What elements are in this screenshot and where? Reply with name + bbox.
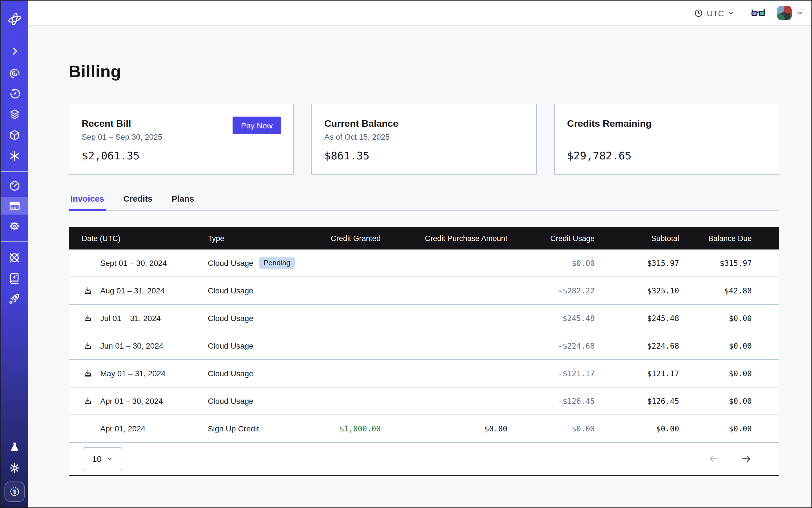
column-header-date: Date (UTC) — [69, 234, 203, 243]
sidebar-item-getting-started[interactable] — [1, 290, 28, 307]
credit-usage: -$126.45 — [507, 396, 595, 406]
asterisk-icon[interactable] — [1, 147, 28, 164]
page-size-select[interactable]: 10 — [83, 447, 122, 470]
current-balance-amount: $861.35 — [324, 149, 524, 162]
theme-toggle[interactable] — [1, 459, 28, 476]
summary-cards: Recent Bill Sep 01 – Sep 30, 2025 $2,061… — [69, 103, 779, 175]
subtotal: $315.97 — [595, 258, 679, 267]
cube-icon[interactable] — [1, 126, 28, 143]
subtotal: $121.17 — [595, 369, 679, 378]
credit-usage: $0.00 — [507, 424, 595, 433]
prev-page-arrow-left-icon[interactable] — [708, 453, 720, 465]
sidebar-item-support[interactable] — [1, 249, 28, 266]
table-row: Aug 01 – 31, 2024 Cloud Usage -$282.22 $… — [69, 277, 779, 304]
table-row: Jul 01 – 31, 2024 Cloud Usage -$245.48 $… — [69, 304, 779, 332]
invoice-type: Cloud Usage — [208, 396, 253, 406]
billing-page: Billing Recent Bill Sep 01 – Sep 30, 202… — [28, 26, 811, 507]
billing-card-icon — [8, 200, 20, 212]
sidebar-item-docs[interactable] — [1, 269, 28, 287]
svg-text:$: $ — [13, 489, 16, 495]
recent-bill-card: Recent Bill Sep 01 – Sep 30, 2025 $2,061… — [69, 103, 294, 175]
subtotal: $224.68 — [595, 341, 679, 350]
tab-invoices[interactable]: Invoices — [69, 194, 106, 211]
download-invoice-button[interactable] — [83, 341, 92, 350]
invoice-type: Cloud Usage — [208, 369, 253, 378]
download-invoice-button[interactable] — [83, 286, 92, 295]
sidebar-item-billing[interactable] — [1, 197, 28, 215]
next-page-arrow-right-icon[interactable] — [740, 453, 752, 465]
balance-due: $0.00 — [679, 424, 779, 433]
topbar: UTC — [28, 1, 811, 26]
chevron-down-icon — [107, 456, 113, 462]
credits-remaining-card: Credits Remaining $29,782.65 — [554, 103, 779, 175]
book-sparkle-icon — [8, 272, 20, 284]
credits-button[interactable]: $ — [4, 481, 25, 502]
invoice-type: Cloud Usage — [208, 314, 253, 323]
chevron-right-icon[interactable] — [1, 42, 28, 60]
table-header: Date (UTC) Type Credit Granted Credit Pu… — [69, 227, 779, 250]
helm-icon — [8, 251, 21, 264]
balance-due: $0.00 — [679, 396, 779, 406]
chevron-down-icon — [728, 9, 734, 16]
gear-icon — [8, 220, 21, 232]
column-header-credit-usage: Credit Usage — [507, 234, 595, 243]
rocket-icon — [8, 292, 21, 305]
invoice-type: Cloud Usage — [208, 286, 253, 295]
card-subtitle: As of Oct 15, 2025 — [324, 132, 524, 142]
tab-credits[interactable]: Credits — [122, 194, 154, 210]
timezone-selector[interactable]: UTC — [694, 8, 734, 18]
iris-icon[interactable] — [1, 65, 28, 82]
sidebar-item-labs[interactable] — [1, 438, 28, 456]
app-window: $ UTC Billing — [0, 0, 812, 508]
orbit-logo-icon[interactable] — [1, 10, 28, 28]
glasses-icon[interactable] — [751, 8, 765, 18]
credit-granted: $1,000.00 — [319, 424, 381, 433]
user-menu-chevron-down-icon[interactable] — [796, 9, 803, 16]
card-title: Current Balance — [324, 118, 524, 130]
sidebar-divider — [1, 241, 28, 242]
column-header-credit-purchase-amount: Credit Purchase Amount — [381, 234, 507, 243]
balance-due: $0.00 — [679, 314, 779, 323]
flask-icon — [8, 441, 20, 453]
timezone-label: UTC — [707, 8, 724, 18]
column-header-type: Type — [203, 234, 319, 243]
sidebar-divider — [1, 171, 28, 172]
invoice-date: Jun 01 – 30, 2024 — [100, 341, 163, 350]
download-icon — [83, 396, 92, 406]
invoice-type: Sign Up Credit — [208, 424, 259, 433]
download-icon — [83, 341, 92, 350]
invoice-type: Cloud Usage — [208, 258, 253, 267]
layers-icon[interactable] — [1, 105, 28, 123]
column-header-credit-granted: Credit Granted — [319, 234, 381, 243]
sidebar-item-settings[interactable] — [1, 217, 28, 235]
invoice-date: Apr 01, 2024 — [100, 424, 145, 433]
sidebar-item-dashboard[interactable] — [1, 177, 28, 194]
subtotal: $245.48 — [595, 314, 679, 323]
invoice-type: Cloud Usage — [208, 341, 253, 350]
download-invoice-button[interactable] — [83, 369, 92, 378]
table-row: Apr 01 – 30, 2024 Cloud Usage -$126.45 $… — [69, 387, 779, 415]
credit-purchase: $0.00 — [381, 424, 507, 433]
invoice-date: Apr 01 – 30, 2024 — [100, 396, 163, 406]
pay-now-button[interactable]: Pay Now — [232, 117, 281, 134]
page-title: Billing — [69, 62, 811, 81]
recent-bill-amount: $2,061.35 — [82, 149, 281, 162]
avatar[interactable] — [777, 6, 792, 20]
column-header-balance-due: Balance Due — [679, 234, 779, 243]
invoice-rows: Sept 01 – 30, 2024 Cloud Usage Pending $… — [69, 250, 779, 442]
balance-due: $0.00 — [679, 369, 779, 378]
subtotal: $0.00 — [595, 424, 679, 433]
tab-plans[interactable]: Plans — [170, 194, 196, 210]
sidebar: $ — [1, 1, 28, 507]
dollar-badge-icon: $ — [8, 485, 20, 498]
column-header-subtotal: Subtotal — [595, 234, 679, 243]
balance-due: $0.00 — [679, 341, 779, 350]
subtotal: $126.45 — [595, 396, 679, 406]
billing-tabs: Invoices Credits Plans — [69, 194, 779, 211]
page-size-value: 10 — [92, 454, 101, 464]
status-badge: Pending — [259, 257, 295, 269]
timer-icon[interactable] — [1, 85, 28, 102]
download-invoice-button[interactable] — [83, 314, 92, 323]
download-invoice-button[interactable] — [83, 396, 92, 406]
credit-usage: -$121.17 — [507, 369, 595, 378]
